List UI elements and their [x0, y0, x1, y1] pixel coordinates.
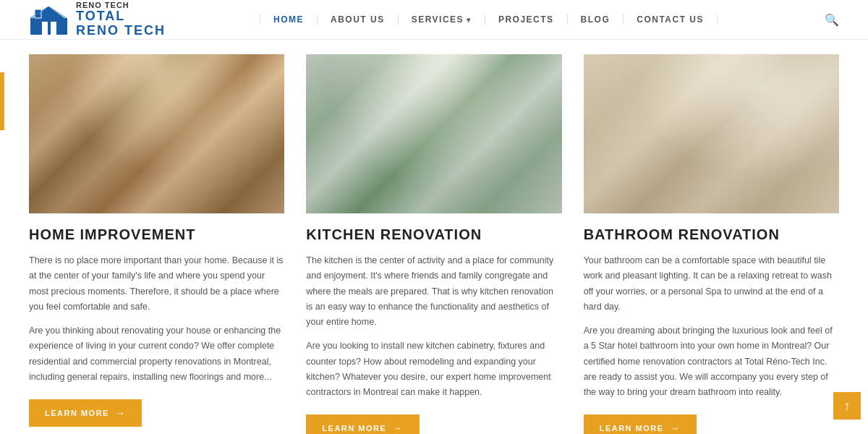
- learn-more-kitchen-button[interactable]: LEARN MORE: [306, 414, 419, 434]
- card-para2-home: Are you thinking about renovating your h…: [29, 323, 284, 385]
- card-bathroom-renovation: BATHROOM RENOVATION Your bathroom can be…: [584, 54, 839, 434]
- card-kitchen-renovation: KITCHEN RENOVATION The kitchen is the ce…: [306, 54, 561, 434]
- card-title-kitchen: KITCHEN RENOVATION: [306, 226, 561, 243]
- card-image-bathroom: [584, 54, 839, 213]
- svg-rect-2: [42, 22, 48, 35]
- main-content: HOME IMPROVEMENT There is no place more …: [0, 40, 868, 434]
- card-para2-kitchen: Are you looking to install new kitchen c…: [306, 339, 561, 400]
- side-accent-bar: [0, 72, 4, 130]
- card-para2-bathroom: Are you dreaming about bringing the luxu…: [584, 323, 839, 400]
- card-para1-home: There is no place more important than yo…: [29, 253, 284, 315]
- cards-grid: HOME IMPROVEMENT There is no place more …: [29, 54, 839, 434]
- nav-about[interactable]: ABOUT US: [318, 14, 399, 25]
- card-title-home: HOME IMPROVEMENT: [29, 226, 284, 243]
- card-para1-bathroom: Your bathroom can be a comfortable space…: [584, 253, 839, 315]
- svg-rect-3: [51, 22, 56, 35]
- logo-line2: TOTALRENO TECH: [76, 9, 166, 38]
- main-nav: HOME ABOUT US SERVICES PROJECTS BLOG CON…: [260, 14, 718, 25]
- nav-blog[interactable]: BLOG: [568, 14, 624, 25]
- logo-text: RENO TECH TOTALRENO TECH: [76, 1, 166, 38]
- card-image-home: [29, 54, 284, 213]
- svg-rect-4: [35, 9, 41, 18]
- scroll-to-top-button[interactable]: ↑: [833, 392, 861, 420]
- card-title-bathroom: BATHROOM RENOVATION: [584, 226, 839, 243]
- logo[interactable]: RENO TECH TOTALRENO TECH: [29, 1, 166, 38]
- svg-rect-0: [30, 18, 67, 35]
- bathroom-image: [584, 54, 839, 213]
- learn-more-bathroom-button[interactable]: LEARN MORE: [584, 414, 697, 434]
- card-home-improvement: HOME IMPROVEMENT There is no place more …: [29, 54, 284, 434]
- card-para1-kitchen: The kitchen is the center of activity an…: [306, 253, 561, 330]
- nav-contact[interactable]: CONTACT US: [624, 14, 718, 25]
- learn-more-home-button[interactable]: LEARN MORE: [29, 399, 142, 427]
- nav-home[interactable]: HOME: [260, 14, 318, 25]
- dining-room-image: [29, 54, 284, 213]
- search-icon[interactable]: 🔍: [825, 13, 839, 27]
- logo-icon: [29, 4, 69, 36]
- kitchen-image: [306, 54, 561, 213]
- card-image-kitchen: [306, 54, 561, 213]
- nav-projects[interactable]: PROJECTS: [485, 14, 568, 25]
- header: RENO TECH TOTALRENO TECH HOME ABOUT US S…: [0, 0, 868, 40]
- nav-services[interactable]: SERVICES: [399, 14, 485, 25]
